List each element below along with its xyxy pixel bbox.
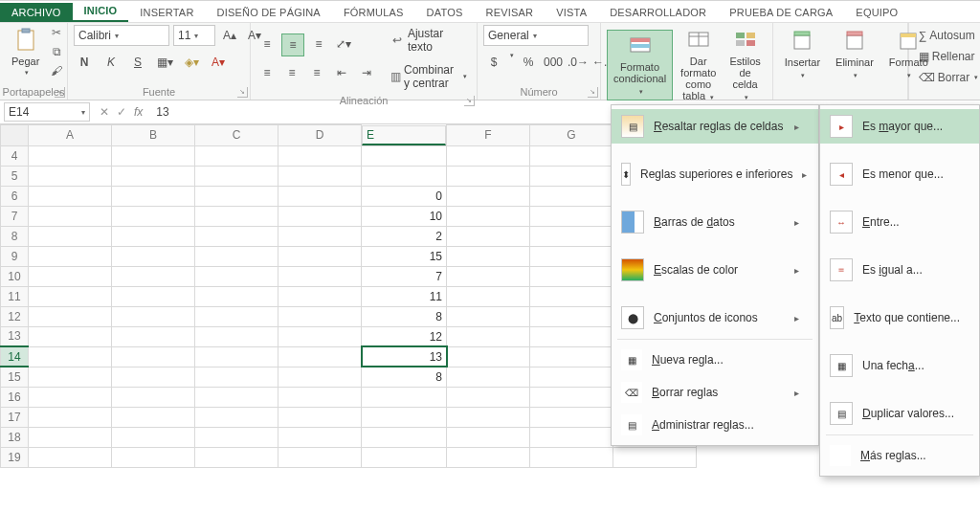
cell-A5[interactable] — [29, 166, 112, 186]
tab-diseno[interactable]: DISEÑO DE PÁGINA — [206, 3, 332, 22]
percent-button[interactable]: % — [518, 52, 539, 73]
menu-texto-contiene[interactable]: abTexto que contiene... — [820, 301, 979, 335]
cell-G7[interactable] — [530, 206, 613, 226]
row-header-15[interactable]: 15 — [1, 367, 29, 387]
bold-button[interactable]: N — [74, 52, 95, 73]
thousands-button[interactable]: 000 — [543, 52, 564, 73]
cell-E5[interactable] — [362, 166, 447, 186]
format-painter-icon[interactable]: 🖌 — [49, 63, 64, 78]
menu-es-igual-a[interactable]: ＝Es igual a... — [820, 253, 979, 287]
inc-decimal-icon[interactable]: .0→ — [568, 52, 589, 73]
cell-F13[interactable] — [447, 326, 530, 346]
tab-prueba[interactable]: PRUEBA DE CARGA — [718, 3, 844, 22]
row-header-14[interactable]: 14 — [1, 346, 29, 367]
cell-C15[interactable] — [195, 367, 278, 387]
cell-B5[interactable] — [112, 166, 195, 186]
cell-A8[interactable] — [29, 226, 112, 246]
cell-F18[interactable] — [447, 427, 530, 447]
col-header-E[interactable]: E — [362, 125, 446, 145]
menu-es-menor-que[interactable]: ◂Es menor que... — [820, 157, 979, 191]
cell-G13[interactable] — [530, 326, 613, 346]
align-left-icon[interactable]: ≡ — [256, 62, 278, 83]
tab-inicio[interactable]: INICIO — [73, 1, 129, 22]
cell-B18[interactable] — [112, 427, 195, 447]
alineacion-launcher[interactable]: ↘ — [464, 96, 475, 106]
cell-A11[interactable] — [29, 286, 112, 306]
cell-A19[interactable] — [29, 447, 112, 467]
cell-C4[interactable] — [195, 145, 278, 166]
currency-button[interactable]: $ — [483, 52, 504, 73]
row-header-16[interactable]: 16 — [1, 387, 29, 407]
tab-equipo[interactable]: EQUIPO — [844, 3, 909, 22]
col-header-C[interactable]: C — [195, 125, 278, 146]
cell-F7[interactable] — [447, 206, 530, 226]
cell-A13[interactable] — [29, 326, 112, 346]
cell-G10[interactable] — [530, 266, 613, 286]
row-header-19[interactable]: 19 — [1, 447, 29, 467]
cancel-formula-icon[interactable]: ✕ — [100, 105, 109, 119]
fill-color-button[interactable]: ◈▾ — [181, 52, 202, 73]
align-top-icon[interactable]: ≡ — [256, 33, 278, 55]
cell-D7[interactable] — [278, 206, 362, 226]
cell-D4[interactable] — [278, 145, 362, 166]
copy-icon[interactable]: ⧉ — [49, 44, 64, 59]
col-header-F[interactable]: F — [447, 125, 530, 146]
grow-font-icon[interactable]: A▴ — [219, 25, 240, 46]
cell-C14[interactable] — [195, 346, 278, 367]
row-header-7[interactable]: 7 — [1, 206, 29, 226]
tab-datos[interactable]: DATOS — [415, 3, 475, 22]
row-header-17[interactable]: 17 — [1, 407, 29, 427]
cell-C16[interactable] — [195, 387, 278, 407]
cell-D18[interactable] — [278, 427, 362, 447]
cell-A7[interactable] — [29, 206, 112, 226]
cell-F19[interactable] — [447, 447, 530, 467]
cell-G6[interactable] — [530, 186, 613, 206]
cell-F14[interactable] — [447, 346, 530, 367]
font-color-button[interactable]: A▾ — [208, 52, 229, 73]
cell-C8[interactable] — [195, 226, 278, 246]
row-header-10[interactable]: 10 — [1, 266, 29, 286]
row-header-5[interactable]: 5 — [1, 166, 29, 186]
cell-D12[interactable] — [278, 306, 362, 326]
cell-B6[interactable] — [112, 186, 195, 206]
row-header-9[interactable]: 9 — [1, 246, 29, 266]
align-bottom-icon[interactable]: ≡ — [308, 33, 329, 55]
cell-E19[interactable] — [362, 447, 447, 467]
cell-C12[interactable] — [195, 306, 278, 326]
menu-mas-reglas[interactable]: Más reglas... — [820, 439, 979, 472]
cell-E11[interactable]: 11 — [362, 286, 447, 306]
insert-cells-button[interactable]: Insertar▾ — [779, 26, 826, 83]
cell-G14[interactable] — [530, 346, 613, 367]
cell-E14[interactable]: 13 — [362, 346, 447, 367]
cell-D17[interactable] — [278, 407, 362, 427]
border-button[interactable]: ▦▾ — [154, 52, 175, 73]
cell-B4[interactable] — [112, 145, 195, 166]
cell-A9[interactable] — [29, 246, 112, 266]
tab-insertar[interactable]: INSERTAR — [128, 3, 205, 22]
cell-C5[interactable] — [195, 166, 278, 186]
cell-F11[interactable] — [447, 286, 530, 306]
cell-G18[interactable] — [530, 427, 613, 447]
cell-F15[interactable] — [447, 367, 530, 387]
portapapeles-launcher[interactable]: ↘ — [55, 87, 65, 98]
menu-duplicar-valores[interactable]: ▤Duplicar valores... — [820, 396, 979, 431]
cell-G12[interactable] — [530, 306, 613, 326]
cell-D11[interactable] — [278, 286, 362, 306]
cell-A12[interactable] — [29, 306, 112, 326]
cell-C11[interactable] — [195, 286, 278, 306]
menu-reglas-superiores[interactable]: ⬍Reglas superiores e inferiores▸ — [612, 157, 818, 191]
name-box[interactable]: E14▾ — [4, 102, 90, 122]
cell-D10[interactable] — [278, 266, 362, 286]
tab-archivo[interactable]: ARCHIVO — [0, 3, 73, 22]
font-select[interactable]: Calibri▾ — [74, 25, 169, 46]
cell-F12[interactable] — [447, 306, 530, 326]
cell-E15[interactable]: 8 — [362, 367, 447, 387]
cell-F9[interactable] — [447, 246, 530, 266]
cell-C13[interactable] — [195, 326, 278, 346]
cell-A14[interactable] — [29, 346, 112, 367]
cell-C17[interactable] — [195, 407, 278, 427]
cell-F5[interactable] — [447, 166, 530, 186]
cell-E9[interactable]: 15 — [362, 246, 447, 266]
cell-G4[interactable] — [530, 145, 613, 166]
tab-revisar[interactable]: REVISAR — [475, 3, 546, 22]
